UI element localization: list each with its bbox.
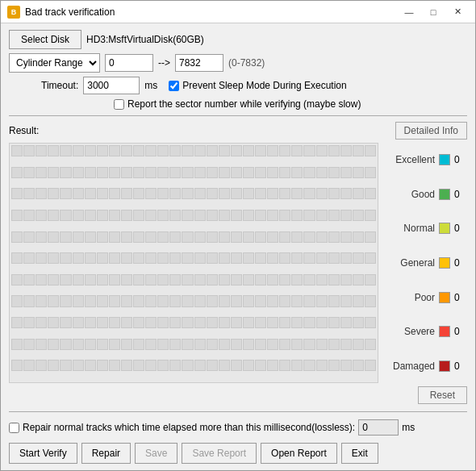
bottom-divider [9, 411, 467, 412]
grid-cell [85, 188, 96, 199]
open-report-button[interactable]: Open Report [261, 443, 337, 464]
minimize-button[interactable]: — [398, 3, 420, 21]
grid-cell [157, 295, 169, 306]
grid-cell [365, 295, 376, 306]
grid-cell [353, 317, 364, 328]
grid-cell [194, 274, 206, 286]
grid-cell [48, 339, 59, 350]
grid-cell [60, 360, 71, 371]
select-disk-button[interactable]: Select Disk [9, 30, 81, 49]
grid-cell [145, 252, 157, 264]
grid-cell [35, 231, 47, 243]
grid-cell [340, 167, 352, 178]
grid-cell [316, 339, 328, 350]
grid-cell [279, 360, 290, 371]
grid-cell [133, 188, 144, 199]
grid-cell [97, 339, 108, 350]
grid-cell [219, 252, 230, 264]
grid-cell [365, 167, 376, 178]
grid-cell [121, 252, 132, 264]
grid-cell [23, 210, 35, 221]
range-from-input[interactable] [105, 54, 153, 72]
grid-cell [121, 339, 132, 350]
grid-cell [231, 274, 242, 286]
grid-cell [109, 231, 120, 243]
grid-cell [157, 360, 169, 371]
report-sector-label: Report the sector number while verifying… [127, 98, 361, 110]
grid-cell [48, 360, 59, 371]
repair-label: Repair normal tracks which time elapsed … [23, 422, 355, 433]
grid-cell [353, 210, 364, 221]
reset-button[interactable]: Reset [418, 386, 467, 404]
grid-cell [291, 317, 303, 328]
grid-cell [219, 231, 230, 243]
grid-cell [207, 145, 218, 156]
legend-area: Excellent0Good0Normal0General0Poor0Sever… [386, 143, 467, 383]
result-main: Excellent0Good0Normal0General0Poor0Sever… [9, 143, 467, 383]
grid-cell [291, 339, 303, 350]
grid-cell [255, 360, 266, 371]
grid-cell [182, 145, 193, 156]
grid-cell [243, 339, 254, 350]
grid-cell [109, 360, 120, 371]
range-to-input[interactable] [175, 54, 223, 72]
grid-cell [303, 188, 315, 199]
maximize-button[interactable]: □ [422, 3, 445, 21]
grid-cell [11, 339, 23, 350]
grid-cell [121, 274, 132, 286]
grid-cell [60, 317, 71, 328]
legend-item-count: 0 [454, 223, 464, 234]
prevent-sleep-checkbox[interactable] [169, 81, 179, 91]
grid-cell [48, 274, 59, 286]
grid-cell [133, 210, 144, 221]
grid-cell [133, 360, 144, 371]
save-button[interactable]: Save [135, 443, 177, 464]
grid-cell [291, 145, 303, 156]
grid-cell [169, 317, 181, 328]
grid-cell [48, 188, 59, 199]
grid-cell [243, 295, 254, 306]
grid-cell [303, 145, 315, 156]
grid-cell [182, 317, 193, 328]
grid-cell [35, 252, 47, 264]
range-type-dropdown[interactable]: Cylinder Range [9, 53, 100, 73]
grid-cell [157, 210, 169, 221]
legend-color-box [439, 292, 450, 303]
grid-cell [207, 210, 218, 221]
grid-cell [97, 231, 108, 243]
grid-cell [291, 274, 303, 286]
exit-button[interactable]: Exit [341, 443, 378, 464]
grid-cell [182, 167, 193, 178]
timeout-row: Timeout: ms Prevent Sleep Mode During Ex… [9, 77, 467, 94]
grid-cell [231, 210, 242, 221]
repair-ms-input[interactable] [358, 419, 399, 436]
grid-cell [231, 231, 242, 243]
grid-cell [11, 252, 23, 264]
grid-cell [255, 274, 266, 286]
grid-cell [340, 339, 352, 350]
grid-cell [23, 360, 35, 371]
grid-cell [279, 339, 290, 350]
grid-cell [340, 252, 352, 264]
grid-cell [11, 145, 23, 156]
grid-cell [157, 145, 169, 156]
close-button[interactable]: ✕ [446, 3, 469, 21]
start-verify-button[interactable]: Start Verify [9, 443, 77, 464]
legend-item: Normal0 [386, 223, 464, 234]
save-report-button[interactable]: Save Report [182, 443, 257, 464]
timeout-input[interactable] [83, 77, 140, 94]
grid-cell [328, 252, 340, 264]
grid-cell [243, 145, 254, 156]
range-hint: (0-7832) [228, 57, 265, 69]
grid-cell [48, 231, 59, 243]
grid-cell [182, 360, 193, 371]
grid-cell [182, 210, 193, 221]
grid-cell [169, 231, 181, 243]
detailed-info-button[interactable]: Detailed Info [395, 122, 467, 140]
repair-checkbox[interactable] [9, 423, 19, 433]
grid-cell [85, 360, 96, 371]
report-sector-checkbox[interactable] [114, 99, 124, 110]
grid-cell [231, 317, 242, 328]
repair-button[interactable]: Repair [81, 443, 131, 464]
legend-item-label: Normal [403, 223, 435, 234]
